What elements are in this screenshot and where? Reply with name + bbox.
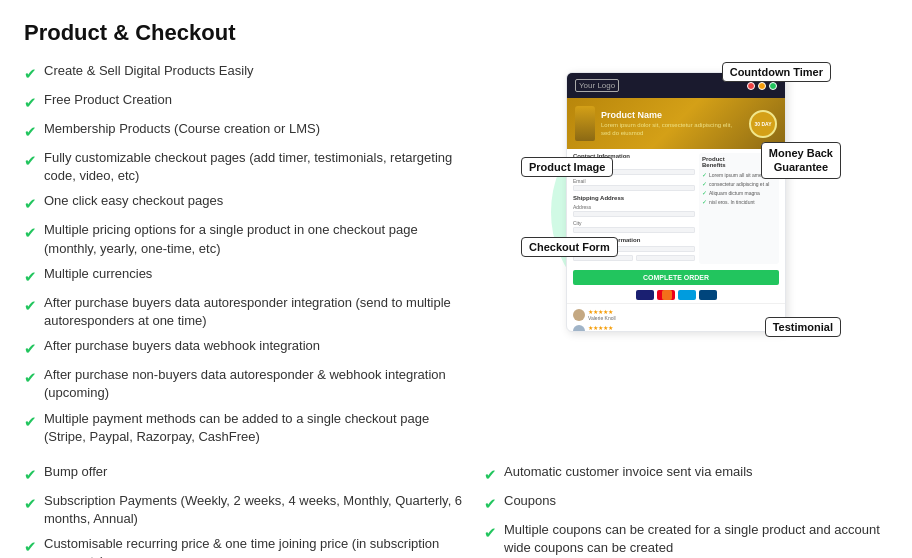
product-image (575, 106, 595, 141)
dot-red (747, 82, 755, 90)
list-item: ✔Fully customizable checkout pages (add … (24, 149, 464, 185)
item-text: Multiple pricing options for a single pr… (44, 221, 464, 257)
paypal-icon (678, 290, 696, 300)
list-item: ✔Customisable recurring price & one time… (24, 535, 464, 558)
checkout-card: Your Logo Product Name Lorem ipsum dolor (566, 72, 786, 332)
item-text: Customisable recurring price & one time … (44, 535, 464, 558)
check-icon: ✔ (484, 464, 497, 485)
top-section: ✔Create & Sell Digital Products Easily✔F… (24, 62, 888, 453)
check-icon: ✔ (24, 411, 37, 432)
dot-yellow (758, 82, 766, 90)
benefit-4: ✓ nisl eros. In tincidunt (702, 198, 776, 205)
list-item: ✔Multiple payment methods can be added t… (24, 410, 464, 446)
item-text: Subscription Payments (Weekly, 2 weeks, … (44, 492, 464, 528)
address-field (573, 211, 695, 217)
list-item: ✔Free Product Creation (24, 91, 464, 113)
item-text: Coupons (504, 492, 556, 510)
checklist-right: ✔Automatic customer invoice sent via ema… (484, 463, 888, 558)
mastercard-icon (657, 290, 675, 300)
amex-icon (699, 290, 717, 300)
checkout-form-callout: Checkout Form (521, 237, 618, 257)
check-icon: ✔ (24, 295, 37, 316)
avatar-2 (573, 325, 585, 333)
list-item: ✔After purchase non-buyers data autoresp… (24, 366, 464, 402)
check-icon: ✔ (24, 150, 37, 171)
list-item: ✔After purchase buyers data autoresponde… (24, 294, 464, 330)
top-left-column: ✔Create & Sell Digital Products Easily✔F… (24, 62, 464, 453)
page-content: Product & Checkout ✔Create & Sell Digita… (24, 20, 888, 558)
checklist-left-bottom: ✔Bump offer✔Subscription Payments (Weekl… (24, 463, 464, 558)
page-title: Product & Checkout (24, 20, 888, 46)
city-field (573, 227, 695, 233)
check-icon: ✔ (24, 92, 37, 113)
item-text: Membership Products (Course creation or … (44, 120, 320, 138)
check-icon: ✔ (24, 367, 37, 388)
check-icon: ✔ (24, 121, 37, 142)
product-image-callout: Product Image (521, 157, 613, 177)
complete-order-button: COMPLETE ORDER (573, 270, 779, 285)
item-text: Free Product Creation (44, 91, 172, 109)
check-icon: ✔ (484, 493, 497, 514)
card-header-icons (747, 82, 777, 90)
item-text: Multiple coupons can be created for a si… (504, 521, 888, 557)
list-item: ✔Automatic customer invoice sent via ema… (484, 463, 888, 485)
checklist-left: ✔Create & Sell Digital Products Easily✔F… (24, 62, 464, 446)
checkout-mockup: Countdown Timer Product Image Money Back… (521, 62, 841, 352)
card-cvv-field (636, 255, 696, 261)
list-item: ✔Create & Sell Digital Products Easily (24, 62, 464, 84)
item-text: Multiple payment methods can be added to… (44, 410, 464, 446)
badge: 30 DAY (749, 110, 777, 138)
bottom-left: ✔Bump offer✔Subscription Payments (Weekl… (24, 463, 464, 558)
list-item: ✔After purchase buyers data webhook inte… (24, 337, 464, 359)
countdown-callout: Countdown Timer (722, 62, 831, 82)
check-icon: ✔ (24, 536, 37, 557)
list-item: ✔Coupons (484, 492, 888, 514)
list-item: ✔One click easy checkout pages (24, 192, 464, 214)
visa-icon (636, 290, 654, 300)
list-item: ✔Multiple pricing options for a single p… (24, 221, 464, 257)
list-item: ✔Multiple coupons can be created for a s… (484, 521, 888, 557)
item-text: After purchase buyers data autoresponder… (44, 294, 464, 330)
benefit-2: ✓ consectetur adipiscing et al (702, 180, 776, 187)
bottom-section: ✔Bump offer✔Subscription Payments (Weekl… (24, 463, 888, 558)
check-icon: ✔ (484, 522, 497, 543)
item-text: Create & Sell Digital Products Easily (44, 62, 254, 80)
money-back-callout: Money BackGuarantee (761, 142, 841, 179)
shipping-label: Shipping Address (573, 195, 695, 201)
payment-icons-row (567, 287, 785, 303)
list-item: ✔Multiple currencies (24, 265, 464, 287)
benefit-3: ✓ Aliquam dictum magna (702, 189, 776, 196)
testimonial-callout: Testimonial (765, 317, 841, 337)
bottom-right: ✔Automatic customer invoice sent via ema… (484, 463, 888, 558)
list-item: ✔Subscription Payments (Weekly, 2 weeks,… (24, 492, 464, 528)
item-text: After purchase buyers data webhook integ… (44, 337, 320, 355)
list-item: ✔Membership Products (Course creation or… (24, 120, 464, 142)
check-icon: ✔ (24, 193, 37, 214)
card-hero: Product Name Lorem ipsum dolor sit, cons… (567, 98, 785, 149)
product-name: Product Name (601, 110, 743, 120)
item-text: Fully customizable checkout pages (add t… (44, 149, 464, 185)
check-icon: ✔ (24, 266, 37, 287)
check-icon: ✔ (24, 222, 37, 243)
top-right-column: Countdown Timer Product Image Money Back… (474, 62, 888, 453)
item-text: Automatic customer invoice sent via emai… (504, 463, 753, 481)
check-icon: ✔ (24, 63, 37, 84)
your-logo: Your Logo (575, 79, 619, 92)
check-icon: ✔ (24, 338, 37, 359)
avatar-1 (573, 309, 585, 321)
email-field (573, 185, 695, 191)
check-icon: ✔ (24, 493, 37, 514)
item-text: Multiple currencies (44, 265, 152, 283)
check-icon: ✔ (24, 464, 37, 485)
testimonial-2: ★★★★★ Valerie Knoll (573, 324, 779, 332)
testimonials-row: ★★★★★ Valerie Knoll ★★★★★ Valerie Knoll (567, 303, 785, 332)
product-desc: Lorem ipsum dolor sit, consectetur adipi… (601, 122, 743, 138)
testimonial-1: ★★★★★ Valerie Knoll (573, 308, 779, 321)
product-info: Product Name Lorem ipsum dolor sit, cons… (601, 110, 743, 138)
item-text: One click easy checkout pages (44, 192, 223, 210)
item-text: After purchase non-buyers data autorespo… (44, 366, 464, 402)
dot-green (769, 82, 777, 90)
item-text: Bump offer (44, 463, 107, 481)
list-item: ✔Bump offer (24, 463, 464, 485)
